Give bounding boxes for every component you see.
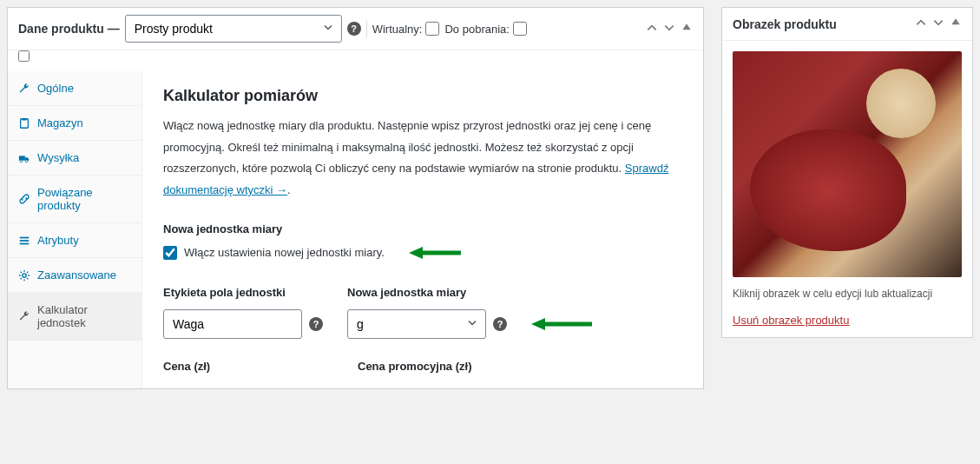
extra-checkbox[interactable] [18,50,30,62]
svg-rect-1 [22,117,26,120]
move-down-icon[interactable] [663,22,675,36]
annotation-arrow-icon [531,317,592,331]
enable-new-unit-checkbox[interactable] [163,246,177,260]
annotation-arrow-icon [409,246,461,260]
tab-unit-calculator[interactable]: Kalkulator jednostek [8,293,141,341]
svg-rect-5 [20,236,30,238]
product-type-select[interactable]: Prosty produkt [125,15,342,43]
unit-label-input[interactable] [163,309,302,339]
help-icon[interactable]: ? [309,317,323,331]
toggle-icon[interactable] [681,22,693,36]
product-image[interactable] [733,51,962,277]
unit-label-field-label: Etykieta pola jednostki [163,286,323,299]
truck-icon [18,152,30,164]
svg-rect-7 [20,242,30,244]
virtual-checkbox[interactable] [425,22,439,36]
wrench-icon [18,83,30,95]
new-unit-select[interactable]: g [347,309,486,339]
price-label: Cena (zł) [163,360,333,373]
product-image-metabox: Obrazek produktu Kliknij obrazek w celu … [721,7,973,338]
tab-advanced[interactable]: Zaawansowane [8,258,141,293]
tab-inventory[interactable]: Magazyn [8,106,141,141]
downloadable-checkbox[interactable] [513,22,527,36]
move-up-icon[interactable] [646,22,658,36]
promo-price-label: Cena promocyjna (zł) [358,360,528,373]
move-up-icon[interactable] [915,17,927,31]
remove-image-link[interactable]: Usuń obrazek produktu [733,314,849,327]
svg-point-8 [23,273,26,276]
tab-linked-products[interactable]: Powiązane produkty [8,176,141,223]
tab-attributes[interactable]: Atrybuty [8,223,141,258]
link-icon [18,193,30,205]
separator [366,20,367,37]
image-caption: Kliknij obrazek w celu edycji lub aktual… [733,286,962,302]
content-description: Włącz nową jednostkę miary dla produktu.… [163,116,682,202]
toggle-icon[interactable] [950,17,962,31]
help-icon[interactable]: ? [347,22,361,36]
tab-shipping[interactable]: Wysyłka [8,141,141,176]
downloadable-checkbox-label: Do pobrania: [444,22,526,36]
svg-rect-2 [19,156,25,160]
help-icon[interactable]: ? [493,317,507,331]
sidebar: Obrazek produktu Kliknij obrazek w celu … [721,7,973,389]
enable-new-unit-label: Włącz ustawienia nowej jednostki miary. [184,246,385,259]
panel-header: Dane produktu — Prosty produkt ? Wirtual… [8,8,703,50]
tab-content: Kalkulator pomiarów Włącz nową jednostkę… [142,71,703,388]
wrench-icon [18,310,30,322]
metabox-title: Obrazek produktu [733,17,910,31]
tab-general[interactable]: Ogólne [8,71,141,106]
svg-rect-6 [20,240,30,242]
move-down-icon[interactable] [932,17,944,31]
panel-title: Dane produktu — [18,22,120,36]
tabs-sidebar: Ogólne Magazyn Wysyłka Powiązane produkt… [8,71,142,388]
content-heading: Kalkulator pomiarów [163,87,682,105]
svg-point-4 [25,160,28,162]
new-unit-field-label: Nowa jednostka miary [347,286,592,299]
svg-point-3 [20,160,23,162]
product-data-panel: Dane produktu — Prosty produkt ? Wirtual… [7,7,704,389]
section-label-new-unit: Nowa jednostka miary [163,222,682,235]
clipboard-icon [18,117,30,129]
virtual-checkbox-label: Wirtualny: [372,22,440,36]
gear-icon [18,269,30,282]
list-icon [18,235,30,247]
